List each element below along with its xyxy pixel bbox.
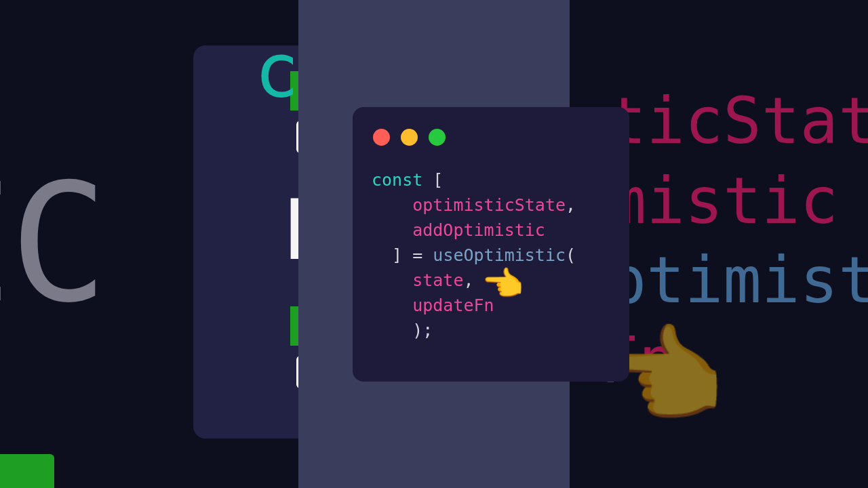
fn-use-optimistic: useOptimistic — [433, 245, 566, 265]
equals: = — [412, 245, 422, 265]
maximize-icon[interactable] — [429, 129, 446, 146]
window-controls — [372, 126, 610, 146]
arg-state: state — [412, 270, 463, 290]
var-optimistic-state: optimisticState — [412, 195, 566, 215]
bg-blur-text: co — [254, 27, 298, 114]
code-window: const [ optimisticState, addOptimistic ]… — [353, 107, 629, 382]
comma: , — [463, 270, 473, 290]
code-block: const [ optimisticState, addOptimistic ]… — [372, 167, 610, 343]
bg-blur-text: IC — [0, 149, 101, 339]
bracket-open: [ — [433, 170, 443, 190]
bg-green-square-3 — [0, 454, 54, 488]
close-icon[interactable] — [373, 129, 390, 146]
closing: ); — [412, 321, 433, 340]
bg-left-panel: co IC IC — [0, 0, 298, 488]
keyword-const: const — [372, 170, 422, 190]
bg-green-square-2 — [290, 306, 298, 346]
pointing-hand-icon: 👈 — [481, 267, 524, 301]
paren-open: ( — [566, 245, 576, 265]
bg-blur-text: IC — [285, 178, 298, 279]
bracket-close: ] — [392, 245, 402, 265]
var-add-optimistic: addOptimistic — [412, 220, 545, 240]
comma: , — [566, 195, 576, 215]
minimize-icon[interactable] — [401, 129, 418, 146]
